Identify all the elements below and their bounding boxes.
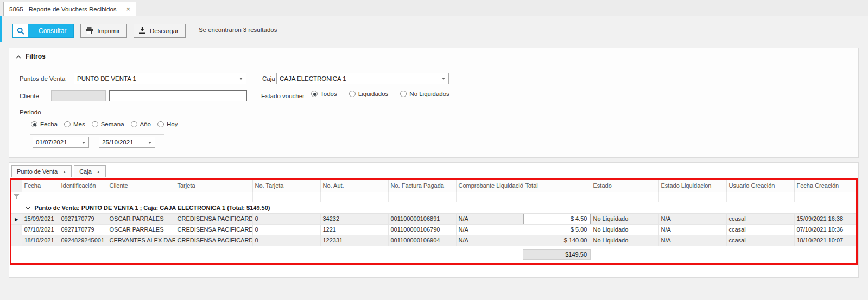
date-to-picker[interactable]: 25/10/2021 — [99, 137, 155, 148]
cell-1-4[interactable]: 0 — [252, 224, 320, 235]
cell-1-5[interactable]: 1221 — [320, 224, 388, 235]
cell-2-2[interactable]: CERVANTES ALEX DARIO — [107, 235, 175, 246]
filter-cell-12[interactable] — [794, 192, 856, 202]
grid-data-row-2[interactable]: 18/10/20210924829245001CERVANTES ALEX DA… — [11, 235, 856, 246]
cell-1-3[interactable]: CREDISENSA PACIFICARD — [175, 224, 252, 235]
cell-0-4[interactable]: 0 — [252, 213, 320, 224]
cell-2-8[interactable]: $ 140.00 — [523, 235, 591, 246]
cell-2-1[interactable]: 0924829245001 — [59, 235, 107, 246]
cell-0-12[interactable]: 15/09/2021 16:38 — [794, 213, 856, 224]
collapse-group-icon[interactable] — [26, 205, 30, 211]
group-chip-1[interactable]: Caja▲ — [74, 165, 106, 177]
cell-1-9[interactable]: No Liquidado — [591, 224, 658, 235]
dropdown-arrow-icon[interactable] — [442, 78, 445, 80]
cell-0-5[interactable]: 34232 — [320, 213, 388, 224]
cell-2-10[interactable]: N/A — [658, 235, 726, 246]
cell-0-3[interactable]: CREDISENSA PACIFICARD — [175, 213, 252, 224]
filter-cell-5[interactable] — [320, 192, 388, 202]
footer-total-cell: $149.50 — [523, 246, 591, 263]
dropdown-arrow-icon[interactable] — [239, 78, 243, 80]
column-header-12[interactable]: Fecha Creación — [794, 180, 856, 192]
tab-close-icon[interactable]: × — [126, 5, 131, 12]
column-header-10[interactable]: Estado Liquidacion — [658, 180, 726, 192]
cell-1-8[interactable]: $ 5.00 — [523, 224, 591, 235]
group-chip-0[interactable]: Punto de Venta▲ — [11, 165, 72, 177]
group-header-cell[interactable]: Punto de Venta: PUNTO DE VENTA 1 ; Caja:… — [22, 202, 856, 213]
cell-1-11[interactable]: ccasal — [726, 224, 794, 235]
column-header-0[interactable]: Fecha — [22, 180, 59, 192]
cell-0-10[interactable]: N/A — [658, 213, 726, 224]
cell-1-6[interactable]: 001100000106790 — [388, 224, 456, 235]
cell-2-4[interactable]: 0 — [252, 235, 320, 246]
date-from-picker[interactable]: 01/07/2021 — [33, 137, 89, 148]
cell-2-5[interactable]: 122331 — [320, 235, 388, 246]
filter-cell-7[interactable] — [456, 192, 523, 202]
collapse-panel-icon[interactable] — [16, 53, 21, 60]
cell-2-11[interactable]: ccasal — [726, 235, 794, 246]
column-header-5[interactable]: No. Aut. — [320, 180, 388, 192]
descargar-button[interactable]: Descargar — [134, 24, 186, 38]
cell-1-7[interactable]: N/A — [456, 224, 523, 235]
filter-cell-10[interactable] — [658, 192, 726, 202]
filter-cell-11[interactable] — [726, 192, 794, 202]
filter-funnel-icon[interactable] — [11, 192, 22, 202]
imprimir-button[interactable]: Imprimir — [80, 24, 127, 38]
cell-2-6[interactable]: 001100000106904 — [388, 235, 456, 246]
left-accent-bar — [0, 16, 2, 42]
cell-0-11[interactable]: ccasal — [726, 213, 794, 224]
cell-0-2[interactable]: OSCAR PARRALES — [107, 213, 175, 224]
filters-header[interactable]: Filtros — [16, 53, 46, 60]
cell-2-12[interactable]: 18/10/2021 10:07 — [794, 235, 856, 246]
radio-periodo-4[interactable]: Hoy — [157, 121, 178, 127]
grid-data-row-1[interactable]: 07/10/20210927170779OSCAR PARRALESCREDIS… — [11, 224, 856, 235]
column-header-1[interactable]: Identificación — [59, 180, 107, 192]
cell-1-2[interactable]: OSCAR PARRALES — [107, 224, 175, 235]
cliente-name-field[interactable] — [109, 90, 247, 101]
cell-0-7[interactable]: N/A — [456, 213, 523, 224]
radio-icon — [157, 121, 164, 127]
filter-cell-0[interactable] — [22, 192, 59, 202]
radio-estado-voucher-1[interactable]: Liquidados — [349, 91, 389, 97]
dropdown-arrow-icon[interactable] — [82, 142, 85, 144]
column-header-4[interactable]: No. Tarjeta — [252, 180, 320, 192]
column-header-7[interactable]: Comprobante Liquidación — [456, 180, 523, 192]
column-header-8[interactable]: Total — [523, 180, 591, 192]
cell-2-7[interactable]: N/A — [456, 235, 523, 246]
column-header-3[interactable]: Tarjeta — [175, 180, 252, 192]
cell-0-1[interactable]: 0927170779 — [59, 213, 107, 224]
filter-cell-6[interactable] — [388, 192, 456, 202]
radio-periodo-3[interactable]: Año — [131, 121, 151, 127]
puntos-de-venta-combo[interactable]: PUNTO DE VENTA 1 — [74, 73, 246, 84]
cell-1-10[interactable]: N/A — [658, 224, 726, 235]
cell-1-12[interactable]: 07/10/2021 10:36 — [794, 224, 856, 235]
radio-periodo-0[interactable]: Fecha — [31, 121, 58, 127]
cell-0-9[interactable]: No Liquidado — [591, 213, 658, 224]
caja-combo[interactable]: CAJA ELECTRONICA 1 — [276, 73, 449, 84]
consultar-button[interactable]: Consultar — [12, 24, 74, 38]
grid-data-row-0[interactable]: ▶15/09/20210927170779OSCAR PARRALESCREDI… — [11, 213, 856, 224]
cell-2-9[interactable]: No Liquidado — [591, 235, 658, 246]
radio-periodo-2[interactable]: Semana — [92, 121, 124, 127]
cell-1-1[interactable]: 0927170779 — [59, 224, 107, 235]
radio-periodo-1[interactable]: Mes — [64, 121, 85, 127]
radio-estado-voucher-2[interactable]: No Liquidados — [400, 91, 449, 97]
filter-cell-2[interactable] — [107, 192, 175, 202]
cell-1-0[interactable]: 07/10/2021 — [22, 224, 59, 235]
column-header-9[interactable]: Estado — [591, 180, 658, 192]
filter-cell-9[interactable] — [591, 192, 658, 202]
dropdown-arrow-icon[interactable] — [148, 142, 151, 144]
cell-2-0[interactable]: 18/10/2021 — [22, 235, 59, 246]
cell-0-6[interactable]: 001100000106891 — [388, 213, 456, 224]
cell-2-3[interactable]: CREDISENSA PACIFICARD — [175, 235, 252, 246]
radio-estado-voucher-0[interactable]: Todos — [311, 91, 337, 97]
cell-0-8[interactable]: $ 4.50 — [523, 213, 591, 224]
filter-cell-3[interactable] — [175, 192, 252, 202]
cell-0-0[interactable]: 15/09/2021 — [22, 213, 59, 224]
column-header-11[interactable]: Usuario Creación — [726, 180, 794, 192]
tab-reporte-vouchers[interactable]: 5865 - Reporte de Vouchers Recibidos × — [3, 2, 136, 16]
filter-cell-8[interactable] — [523, 192, 591, 202]
column-header-6[interactable]: No. Factura Pagada — [388, 180, 456, 192]
column-header-2[interactable]: Cliente — [107, 180, 175, 192]
filter-cell-1[interactable] — [59, 192, 107, 202]
filter-cell-4[interactable] — [252, 192, 320, 202]
